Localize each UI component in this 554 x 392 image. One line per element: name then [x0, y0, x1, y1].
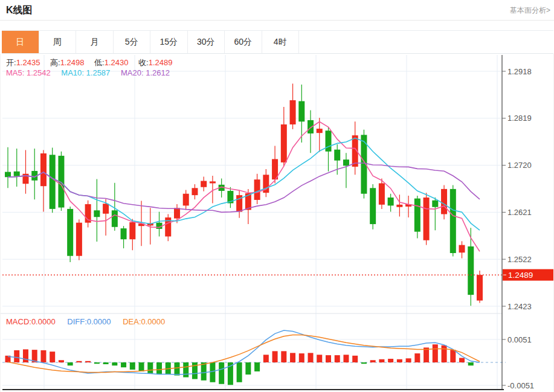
macd-bar: [308, 353, 314, 362]
macd-bar: [263, 355, 269, 362]
candle-body: [477, 275, 483, 300]
macd-bar: [40, 350, 46, 362]
chart-canvas[interactable]: 1.29181.28191.27201.26211.25221.24230.00…: [1, 54, 553, 392]
fundamental-analysis-link[interactable]: 基本面分析>: [510, 5, 550, 16]
price-axis-label: 1.2720: [507, 161, 532, 170]
macd-bar: [183, 362, 188, 378]
ma-readout: MA5: 1.2542 MA10: 1.2587 MA20: 1.2612: [6, 68, 170, 77]
price-axis-label: 1.2918: [507, 67, 532, 76]
ma10-label: MA10:: [61, 68, 84, 77]
candle-body: [298, 101, 304, 122]
price-axis-label: 1.2423: [507, 302, 532, 311]
ma10-value: 1.2587: [86, 68, 111, 77]
tab-period-0[interactable]: 日: [2, 31, 39, 53]
candle-body: [450, 189, 456, 253]
tab-period-7[interactable]: 4时: [262, 31, 300, 53]
period-tabbar: 日周月5分15分30分60分4时: [2, 30, 553, 54]
dea-label: DEA:: [123, 317, 141, 326]
price-axis-label: 1.2621: [507, 208, 532, 217]
macd-bar: [468, 362, 474, 365]
candlestick-series: [5, 83, 483, 306]
candle-body: [317, 129, 323, 133]
ma5-label: MA5:: [6, 68, 24, 77]
candle-body: [50, 155, 56, 209]
tab-period-6[interactable]: 60分: [225, 31, 262, 53]
candle-body: [343, 159, 349, 165]
candle-body: [5, 172, 11, 178]
candle-body: [129, 222, 135, 239]
macd-bar: [68, 362, 73, 365]
macd-bar: [388, 359, 393, 362]
tab-period-5[interactable]: 30分: [188, 31, 225, 53]
candle-body: [40, 153, 47, 186]
macd-bar: [23, 349, 28, 362]
macd-bar: [156, 362, 162, 374]
open-label: 开:: [6, 58, 16, 67]
macd-bar: [174, 362, 179, 376]
macd-bar: [112, 362, 117, 365]
macd-bar: [147, 362, 153, 373]
macd-bar: [50, 352, 55, 362]
ma10-line: [8, 138, 480, 231]
macd-bar: [281, 351, 286, 362]
candle-body: [441, 189, 447, 214]
tab-period-2[interactable]: 月: [76, 31, 114, 53]
macd-bar: [76, 361, 82, 362]
macd-bar: [370, 360, 376, 362]
high-label: 高:: [50, 58, 60, 67]
candle-body: [156, 223, 163, 229]
candle-body: [103, 204, 109, 214]
candle-body: [459, 245, 465, 253]
candle-body: [379, 183, 385, 204]
macd-bar: [414, 353, 420, 362]
macd-bar: [317, 355, 322, 362]
low-label: 低:: [94, 58, 105, 67]
low-value: 1.2430: [105, 58, 129, 67]
macd-axis-label: -0.0051: [507, 381, 534, 390]
page-title: K线图: [6, 4, 33, 17]
macd-bar: [59, 360, 64, 362]
macd-bar: [14, 350, 19, 362]
candle-body: [388, 198, 394, 205]
macd-bar: [272, 351, 278, 362]
price-badge-label: 1.2489: [508, 271, 533, 280]
candle-body: [424, 198, 430, 240]
macd-bar: [139, 362, 144, 371]
macd-bar: [103, 362, 109, 364]
diff-value: 0.0000: [87, 317, 111, 326]
candle-body: [325, 130, 331, 152]
macd-bar: [290, 353, 295, 362]
macd-bar: [433, 344, 438, 362]
macd-bar: [237, 362, 242, 382]
ma20-label: MA20:: [121, 68, 144, 77]
candle-body: [432, 201, 438, 207]
candle-body: [76, 223, 82, 256]
macd-histogram: [5, 344, 474, 385]
macd-bar: [210, 362, 215, 382]
macd-bar: [201, 362, 207, 381]
macd-label: MACD:: [6, 317, 31, 326]
candle-body: [67, 209, 73, 256]
macd-bar: [450, 350, 456, 362]
tab-period-1[interactable]: 周: [39, 31, 77, 53]
candle-body: [468, 246, 474, 295]
candle-body: [334, 150, 340, 161]
macd-bar: [335, 355, 340, 362]
dea-line: [8, 335, 480, 373]
k-line-chart[interactable]: 1.29181.28191.27201.26211.25221.24230.00…: [0, 54, 554, 392]
macd-bar: [85, 361, 91, 362]
candle-body: [201, 181, 207, 187]
candle-body: [192, 188, 198, 195]
ohlc-readout: 开:1.2435 高:1.2498 低:1.2430 收:1.2489: [6, 57, 180, 68]
candle-body: [290, 100, 296, 124]
tab-period-3[interactable]: 5分: [114, 31, 151, 53]
macd-bar: [299, 353, 304, 362]
candle-body: [254, 179, 260, 200]
macd-bar: [379, 359, 384, 362]
high-value: 1.2498: [60, 58, 85, 67]
macd-bar: [245, 362, 251, 374]
ma20-value: 1.2612: [146, 68, 170, 77]
tab-period-4[interactable]: 15分: [150, 31, 188, 53]
macd-bar: [130, 362, 135, 370]
macd-bar: [326, 355, 331, 362]
